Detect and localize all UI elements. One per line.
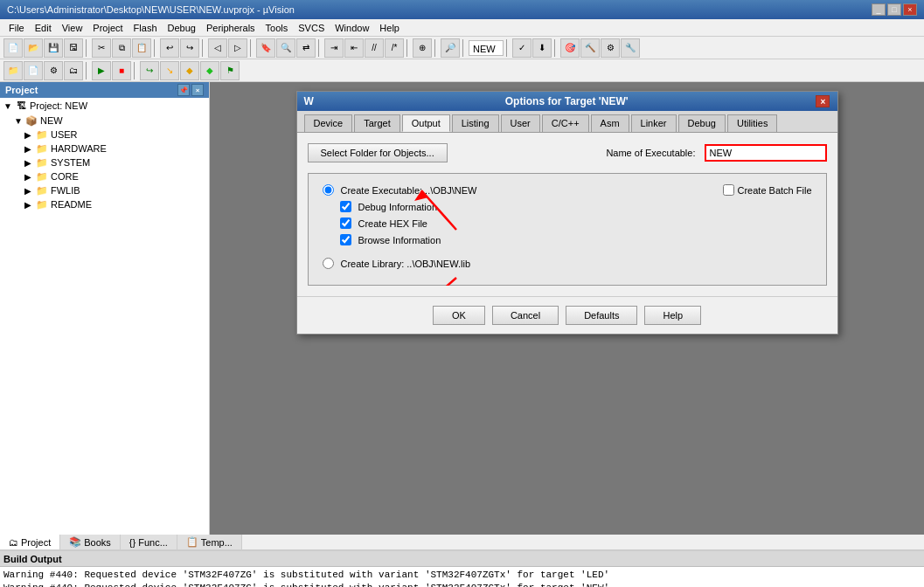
select-folder-button[interactable]: Select Folder for Objects... [308,143,448,162]
tab-target[interactable]: Target [354,114,400,132]
maximize-button[interactable]: □ [887,3,901,16]
tab-listing[interactable]: Listing [452,114,499,132]
tab-utilities[interactable]: Utilities [727,114,777,132]
debug-info-checkbox[interactable] [340,201,351,212]
save-all-icon[interactable]: 🖫 [64,38,83,58]
menu-svcs[interactable]: SVCS [293,21,330,35]
menu-edit[interactable]: Edit [30,21,57,35]
nav-fwd-icon[interactable]: ▷ [228,38,247,58]
menu-peripherals[interactable]: Peripherals [201,21,261,35]
minimize-button[interactable]: _ [872,3,886,16]
create-exec-radio-label[interactable]: Create Executable: ..\OBJ\NEW [323,184,477,196]
menu-debug[interactable]: Debug [163,21,201,35]
replace-icon[interactable]: ⇄ [296,38,316,58]
defaults-button[interactable]: Defaults [566,306,637,325]
tree-fwlib-row[interactable]: ▶ 📁 FWLIB [21,183,209,197]
tab-cpp[interactable]: C/C++ [542,114,589,132]
user-toggle[interactable]: ▶ [24,130,35,140]
menu-window[interactable]: Window [330,21,374,35]
help-button[interactable]: Help [644,306,701,325]
tree-system-row[interactable]: ▶ 📁 SYSTEM [21,155,209,169]
menu-tools[interactable]: Tools [261,21,294,35]
target-icon[interactable]: 🎯 [560,38,580,58]
undo-icon[interactable]: ↩ [160,38,179,58]
tree-readme-row[interactable]: ▶ 📁 README [21,197,209,211]
menu-view[interactable]: View [57,21,88,35]
status-tab-func[interactable]: {} Func... [121,535,177,549]
tab-device[interactable]: Device [304,114,353,132]
create-exec-radio[interactable] [323,184,334,196]
tab-linker[interactable]: Linker [631,114,677,132]
system-toggle[interactable]: ▶ [24,158,35,168]
tree-user-row[interactable]: ▶ 📁 USER [21,128,209,142]
paste-icon[interactable]: 📋 [132,38,151,58]
build-icon[interactable]: 🔨 [580,38,600,58]
copy-icon[interactable]: ⧉ [112,38,131,58]
flag-icon[interactable]: ⚑ [220,61,240,80]
new-file-icon[interactable]: 📄 [3,38,23,58]
tree-core-row[interactable]: ▶ 📁 CORE [21,169,209,183]
options-icon[interactable]: ⚙ [44,61,63,80]
settings-icon[interactable]: ⚙ [601,38,620,58]
nav-back-icon[interactable]: ◁ [208,38,227,58]
exec-name-input[interactable] [705,144,827,162]
core-toggle[interactable]: ▶ [24,172,35,182]
tree-new-row[interactable]: ▼ 📦 NEW [10,114,209,128]
root-toggle[interactable]: ▼ [3,101,14,111]
open-icon[interactable]: 📂 [24,38,43,58]
menu-project[interactable]: Project [87,21,128,35]
add-file-icon[interactable]: 📄 [24,61,43,80]
menu-help[interactable]: Help [374,21,405,35]
ok-button[interactable]: OK [433,306,485,325]
bookmark-icon[interactable]: 🔖 [256,38,275,58]
diamond2-icon[interactable]: ◆ [200,61,219,80]
find-icon[interactable]: 🔍 [276,38,295,58]
status-tab-project[interactable]: 🗂 Project [0,535,60,549]
new-toggle[interactable]: ▼ [14,116,24,126]
status-tab-temp[interactable]: 📋 Temp... [177,535,242,549]
tab-asm[interactable]: Asm [591,114,629,132]
indent-icon[interactable]: ⇥ [324,38,344,58]
create-hex-label[interactable]: Create HEX File [340,218,427,229]
create-lib-radio[interactable] [323,258,334,269]
tab-user[interactable]: User [501,114,540,132]
browse-info-checkbox[interactable] [340,234,351,245]
debug-stop-icon[interactable]: ■ [112,61,131,80]
diamond-icon[interactable]: ◆ [180,61,199,80]
uncomment-icon[interactable]: /* [385,38,404,58]
debug-start-icon[interactable]: ▶ [92,61,111,80]
fwlib-toggle[interactable]: ▶ [24,186,35,196]
dialog-close-button[interactable]: × [816,95,830,107]
spanner-icon[interactable]: 🔧 [621,38,640,58]
create-batch-checkbox[interactable] [723,184,734,196]
menu-flash[interactable]: Flash [129,21,163,35]
add-group-icon[interactable]: 📁 [3,61,23,80]
checkmark-icon[interactable]: ✓ [512,38,531,58]
cut-icon[interactable]: ✂ [92,38,111,58]
save-icon[interactable]: 💾 [44,38,63,58]
comment-icon[interactable]: // [365,38,384,58]
manage-icon[interactable]: 🗂 [64,61,83,80]
tab-debug[interactable]: Debug [678,114,726,132]
debug-info-label[interactable]: Debug Information [340,201,438,212]
outdent-icon[interactable]: ⇤ [344,38,364,58]
close-window-button[interactable]: × [903,3,917,16]
tab-output[interactable]: Output [402,114,450,132]
search2-icon[interactable]: 🔎 [441,38,460,58]
step-over-icon[interactable]: ↪ [140,61,159,80]
insert-icon[interactable]: ⊕ [413,38,432,58]
menu-file[interactable]: File [3,21,30,35]
cancel-button[interactable]: Cancel [492,306,559,325]
tree-root-row[interactable]: ▼ 🏗 Project: NEW [0,99,209,113]
readme-toggle[interactable]: ▶ [24,200,35,210]
create-hex-checkbox[interactable] [340,218,351,229]
hardware-toggle[interactable]: ▶ [24,144,35,154]
download-icon[interactable]: ⬇ [532,38,552,58]
redo-icon[interactable]: ↪ [180,38,199,58]
step-into-icon[interactable]: ↘ [160,61,179,80]
create-lib-radio-label[interactable]: Create Library: ..\OBJ\NEW.lib [323,258,471,269]
status-tab-books[interactable]: 📚 Books [60,535,121,549]
tree-hardware-row[interactable]: ▶ 📁 HARDWARE [21,142,209,155]
browse-info-label[interactable]: Browse Information [340,234,441,245]
sidebar-close-icon[interactable]: × [191,84,204,96]
